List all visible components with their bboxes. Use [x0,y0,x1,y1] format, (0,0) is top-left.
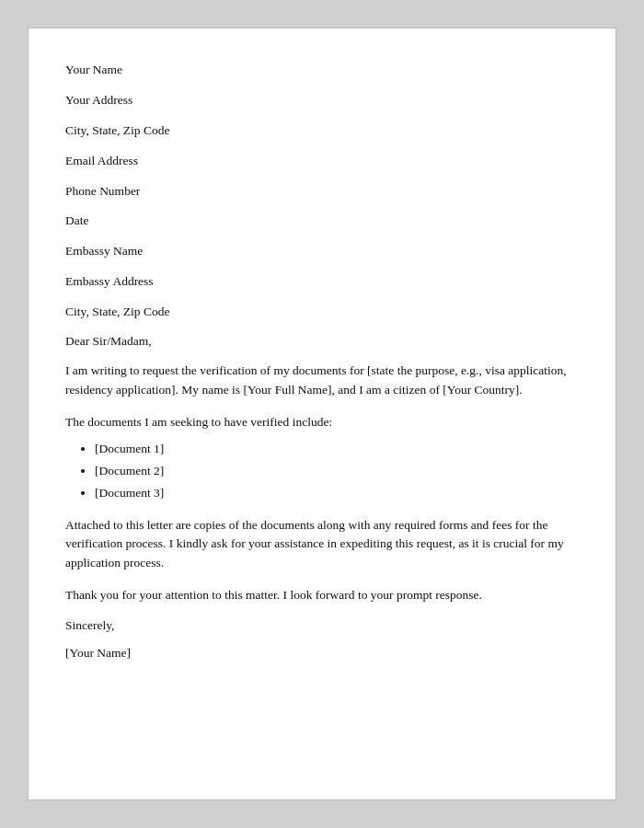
sender-city: City, State, Zip Code [65,122,579,140]
sender-email: Email Address [65,153,579,170]
embassy-address: Embassy Address [65,273,579,291]
salutation: Dear Sir/Madam, [65,334,579,349]
embassy-name: Embassy Name [65,243,579,260]
sender-phone: Phone Number [65,183,579,201]
sender-address: Your Address [65,92,579,109]
closing: Sincerely, [65,618,579,633]
document-item-2: [Document 2] [95,462,579,480]
document-item-3: [Document 3] [95,484,579,502]
letter-date: Date [65,213,579,230]
body-paragraph-2: Attached to this letter are copies of th… [65,516,579,574]
signature: [Your Name] [65,646,579,661]
document-list: [Document 1] [Document 2] [Document 3] [95,440,579,503]
body-paragraph-1: I am writing to request the verification… [65,362,579,400]
body-paragraph-3: Thank you for your attention to this mat… [65,586,579,605]
letter-page: Your Name Your Address City, State, Zip … [28,28,616,800]
sender-name: Your Name [65,62,579,79]
document-item-1: [Document 1] [95,440,579,458]
embassy-city: City, State, Zip Code [65,304,579,321]
list-intro: The documents I am seeking to have verif… [65,413,579,432]
